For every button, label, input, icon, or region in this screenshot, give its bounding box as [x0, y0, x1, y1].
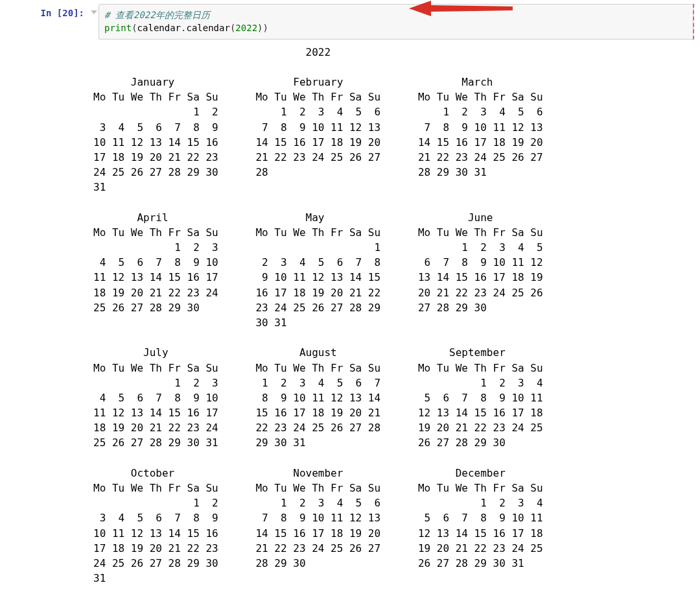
chevron-down-icon — [91, 10, 97, 14]
prompt-exec-count: 20 — [62, 8, 73, 18]
prompt-prefix: In — [41, 8, 57, 18]
code-arg: 2022 — [235, 23, 257, 33]
cell-collapse-toggle[interactable] — [89, 4, 99, 16]
input-prompt: In [20]: — [6, 4, 89, 18]
input-cell: In [20]: # 查看2022年的完整日历 print(calendar.c… — [6, 4, 694, 40]
code-close-paren2: ) — [257, 23, 262, 33]
code-close-paren: ) — [263, 23, 268, 33]
code-builtin: print — [104, 23, 132, 33]
code-editor[interactable]: # 查看2022年的完整日历 print(calendar.calendar(2… — [99, 4, 694, 40]
code-open-paren: ( — [132, 23, 137, 33]
code-comment: # 查看2022年的完整日历 — [104, 10, 210, 20]
code-func: calendar — [186, 23, 229, 33]
code-module: calendar — [137, 23, 181, 33]
output-cell: 2022 January February March Mo Tu We Th … — [6, 42, 694, 586]
calendar-output: 2022 January February March Mo Tu We Th … — [93, 45, 543, 586]
prompt-close: ]: — [73, 8, 84, 18]
